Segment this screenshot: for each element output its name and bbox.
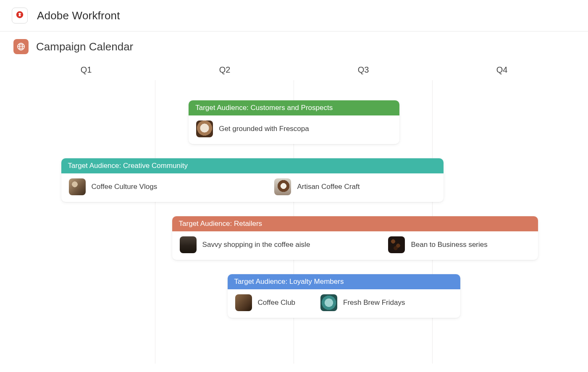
audience-card-customers-prospects[interactable]: Target Audience: Customers and Prospects… [189, 100, 399, 144]
campaign-item[interactable]: Coffee Culture Vlogs [69, 178, 158, 195]
calendar-lane: Target Audience: Customers and Prospects… [17, 100, 571, 147]
campaign-item-label: Bean to Business series [411, 241, 487, 249]
calendar: Q1 Q2 Q3 Q4 Target Audience: Customers a… [0, 58, 588, 372]
calendar-rows: Target Audience: Customers and Prospects… [17, 100, 571, 320]
audience-card-body: Coffee Club Fresh Brew Fridays [228, 289, 460, 318]
campaign-thumb-icon [235, 294, 252, 311]
campaign-item[interactable]: Savvy shopping in the coffee aisle [180, 236, 310, 253]
app-title: Adobe Workfront [37, 9, 120, 22]
audience-card-creative-community[interactable]: Target Audience: Creative Community Coff… [61, 158, 444, 202]
campaign-item-label: Savvy shopping in the coffee aisle [202, 241, 310, 249]
audience-card-body: Savvy shopping in the coffee aisle Bean … [172, 231, 538, 260]
audience-card-body: Coffee Culture Vlogs Artisan Coffee Craf… [61, 173, 444, 202]
app-header: Adobe Workfront [0, 0, 588, 31]
campaign-item-label: Coffee Club [258, 299, 295, 307]
calendar-lane: Target Audience: Loyalty Members Coffee … [17, 274, 571, 320]
campaign-thumb-icon [388, 236, 405, 253]
audience-card-header: Target Audience: Loyalty Members [228, 274, 460, 289]
calendar-lane: Target Audience: Retailers Savvy shoppin… [17, 216, 571, 262]
quarter-header-q4: Q4 [433, 63, 571, 79]
globe-icon [13, 39, 29, 54]
page-header: Campaign Calendar [0, 31, 588, 58]
campaign-item[interactable]: Get grounded with Frescopa [196, 121, 309, 137]
campaign-item[interactable]: Coffee Club [235, 294, 295, 311]
audience-card-header: Target Audience: Retailers [172, 216, 538, 231]
svg-point-2 [20, 14, 21, 14]
campaign-item-label: Fresh Brew Fridays [343, 299, 405, 307]
audience-card-body: Get grounded with Frescopa [189, 115, 399, 144]
campaign-item-label: Coffee Culture Vlogs [92, 183, 158, 191]
audience-card-header: Target Audience: Customers and Prospects [189, 100, 399, 115]
campaign-thumb-icon [69, 178, 86, 195]
quarter-header-q3: Q3 [294, 63, 433, 79]
svg-point-1 [18, 14, 19, 14]
campaign-item[interactable]: Artisan Coffee Craft [274, 178, 360, 195]
campaign-thumb-icon [320, 294, 337, 311]
app-root: Adobe Workfront Campaign Calendar Q1 Q2 … [0, 0, 588, 372]
lion-icon [15, 10, 24, 21]
campaign-item-label: Artisan Coffee Craft [297, 183, 360, 191]
quarter-header-q2: Q2 [155, 63, 294, 79]
audience-card-header: Target Audience: Creative Community [61, 158, 444, 173]
app-logo[interactable] [12, 8, 28, 24]
audience-card-loyalty-members[interactable]: Target Audience: Loyalty Members Coffee … [228, 274, 460, 318]
quarter-header-q1: Q1 [17, 63, 155, 79]
campaign-thumb-icon [180, 236, 197, 253]
campaign-item-label: Get grounded with Frescopa [219, 125, 309, 133]
page-title: Campaign Calendar [36, 40, 133, 53]
calendar-lane: Target Audience: Creative Community Coff… [17, 158, 571, 204]
campaign-thumb-icon [196, 121, 213, 137]
calendar-column-headers: Q1 Q2 Q3 Q4 [17, 63, 571, 79]
campaign-item[interactable]: Bean to Business series [388, 236, 487, 253]
audience-card-retailers[interactable]: Target Audience: Retailers Savvy shoppin… [172, 216, 538, 260]
campaign-item[interactable]: Fresh Brew Fridays [320, 294, 405, 311]
campaign-thumb-icon [274, 178, 291, 195]
